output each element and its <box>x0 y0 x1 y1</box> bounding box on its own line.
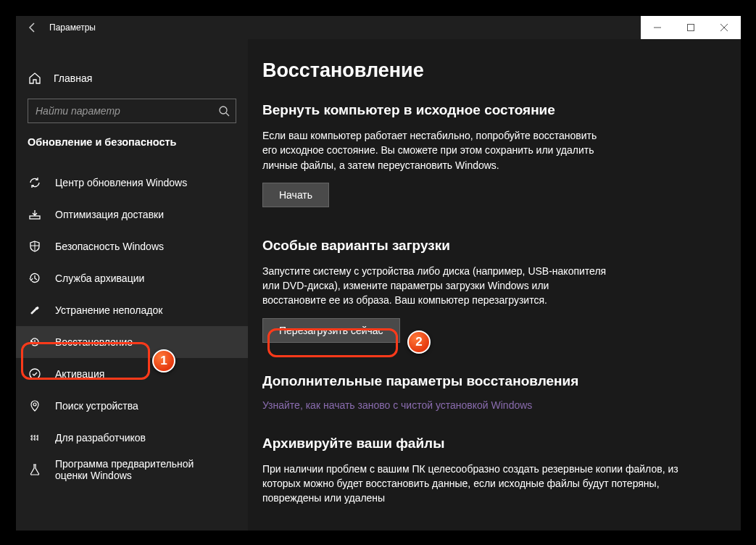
sidebar-item-windows-update[interactable]: Центр обновления Windows <box>16 167 248 199</box>
sidebar-item-insider[interactable]: Программа предварительной оценки Windows <box>16 454 248 486</box>
wrench-icon <box>28 304 42 317</box>
svg-line-3 <box>226 113 229 116</box>
page-title: Восстановление <box>262 59 719 82</box>
section-heading: Дополнительные параметры восстановления <box>262 373 719 389</box>
section-heading: Особые варианты загрузки <box>262 238 719 254</box>
search-input[interactable] <box>36 105 218 117</box>
sidebar-item-activation[interactable]: Активация <box>16 358 248 390</box>
maximize-button[interactable] <box>674 16 707 39</box>
home-icon <box>28 72 42 85</box>
sidebar-item-label: Поиск устройства <box>55 400 138 412</box>
content-pane: Восстановление Вернуть компьютер в исход… <box>248 39 741 531</box>
flask-icon <box>28 463 42 476</box>
svg-rect-4 <box>30 216 40 219</box>
check-circle-icon <box>28 367 42 380</box>
section-reset: Вернуть компьютер в исходное состояние Е… <box>262 102 719 207</box>
sidebar-section-label: Обновление и безопасность <box>16 136 248 155</box>
svg-point-2 <box>220 107 227 114</box>
section-description: Если ваш компьютер работает нестабильно,… <box>262 128 610 172</box>
search-icon <box>218 105 230 117</box>
sidebar-item-label: Программа предварительной оценки Windows <box>55 458 222 481</box>
sidebar-item-label: Служба архивации <box>55 272 144 284</box>
section-heading: Вернуть компьютер в исходное состояние <box>262 102 719 118</box>
delivery-icon <box>28 208 42 221</box>
sidebar-item-windows-security[interactable]: Безопасность Windows <box>16 230 248 262</box>
svg-rect-1 <box>688 25 694 31</box>
sidebar-item-recovery[interactable]: Восстановление <box>16 326 248 358</box>
settings-window: Параметры Главная <box>16 16 741 531</box>
home-button[interactable]: Главная <box>16 62 248 94</box>
backup-icon <box>28 272 42 285</box>
sidebar-item-delivery-optimization[interactable]: Оптимизация доставки <box>16 199 248 230</box>
sidebar-item-label: Устранение неполадок <box>55 304 162 316</box>
search-box[interactable] <box>28 99 236 123</box>
history-icon <box>28 336 42 349</box>
section-heading: Архивируйте ваши файлы <box>262 436 719 452</box>
shield-icon <box>28 240 42 253</box>
sidebar-item-label: Центр обновления Windows <box>55 177 187 188</box>
window-controls <box>641 16 741 39</box>
app-title: Параметры <box>49 22 96 33</box>
developer-icon <box>28 431 42 444</box>
home-label: Главная <box>54 72 92 84</box>
back-button[interactable] <box>16 16 49 39</box>
section-more-recovery: Дополнительные параметры восстановления … <box>262 373 719 411</box>
sidebar-item-label: Для разработчиков <box>55 432 146 444</box>
section-archive: Архивируйте ваши файлы При наличии пробл… <box>262 436 719 506</box>
sidebar-item-developers[interactable]: Для разработчиков <box>16 422 248 454</box>
svg-point-8 <box>33 403 36 406</box>
sidebar-item-label: Активация <box>55 368 104 380</box>
sidebar-item-find-device[interactable]: Поиск устройства <box>16 390 248 422</box>
sidebar-item-label: Безопасность Windows <box>55 241 164 252</box>
section-description: При наличии проблем с вашим ПК целесообр… <box>262 462 697 506</box>
reset-start-button[interactable]: Начать <box>262 183 329 207</box>
annotation-badge-1: 1 <box>152 349 175 373</box>
sidebar-item-label: Оптимизация доставки <box>55 209 164 220</box>
annotation-badge-2: 2 <box>407 330 431 354</box>
titlebar: Параметры <box>16 16 741 39</box>
minimize-button[interactable] <box>641 16 674 39</box>
section-advanced-startup: Особые варианты загрузки Запустите систе… <box>262 238 719 343</box>
fresh-start-link[interactable]: Узнайте, как начать заново с чистой уста… <box>262 399 719 411</box>
restart-now-button[interactable]: Перезагрузить сейчас <box>262 318 400 343</box>
sidebar-item-backup[interactable]: Служба архивации <box>16 262 248 294</box>
svg-point-7 <box>30 369 40 379</box>
sidebar-nav: Центр обновления Windows Оптимизация дос… <box>16 155 248 486</box>
sidebar-item-troubleshoot[interactable]: Устранение неполадок <box>16 294 248 326</box>
section-description: Запустите систему с устройства либо диск… <box>262 264 610 308</box>
sync-icon <box>28 176 42 189</box>
close-button[interactable] <box>707 16 741 39</box>
sidebar: Главная Обновление и безопасность Центр … <box>16 39 248 531</box>
location-icon <box>28 399 42 412</box>
sidebar-item-label: Восстановление <box>55 336 133 348</box>
